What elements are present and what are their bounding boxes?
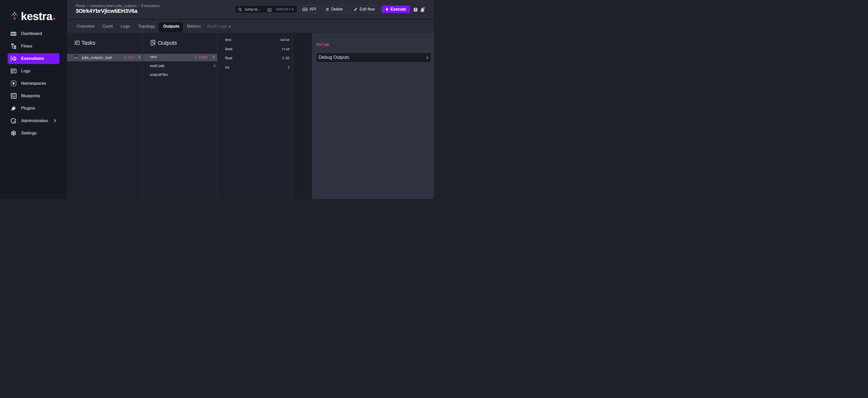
svg-text:API: API — [303, 8, 307, 10]
svg-text:julia: julia — [74, 57, 78, 59]
svg-text:kestra: kestra — [21, 10, 53, 21]
